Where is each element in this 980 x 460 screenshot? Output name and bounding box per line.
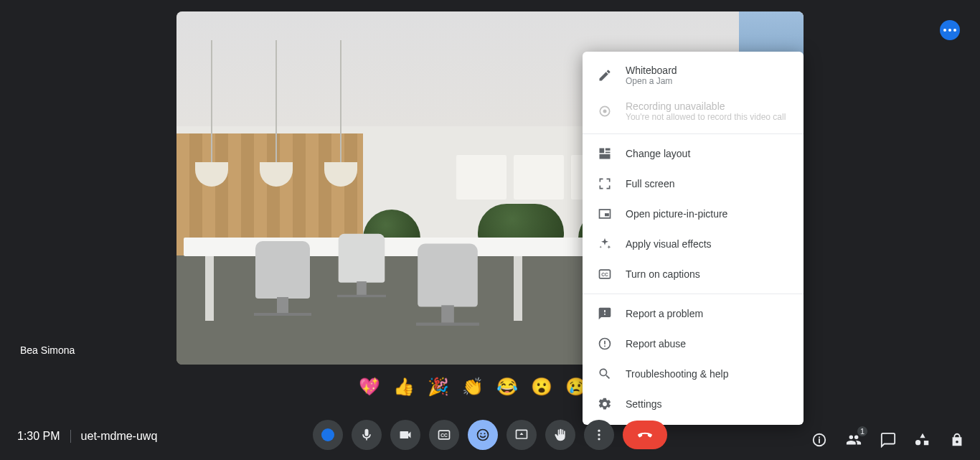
leave-call-button[interactable] <box>623 421 667 449</box>
present-button[interactable] <box>507 420 537 450</box>
svg-point-15 <box>598 433 600 436</box>
menu-whiteboard-title: Whiteboard <box>626 65 677 76</box>
meeting-code: uet-mdme-uwq <box>81 430 158 443</box>
reaction-laugh[interactable]: 😂 <box>496 376 518 398</box>
svg-rect-2 <box>605 213 609 216</box>
feedback-icon <box>597 306 613 321</box>
menu-recording-sub: You're not allowed to record this video … <box>626 112 786 122</box>
menu-recording-title: Recording unavailable <box>626 100 786 112</box>
participant-name: Bea Simona <box>20 344 75 356</box>
svg-point-16 <box>598 438 600 440</box>
phone-hangup-icon <box>636 426 654 444</box>
svg-rect-18 <box>819 438 820 443</box>
cc-icon: CC <box>597 266 613 282</box>
sparkle-icon <box>597 236 613 252</box>
microphone-icon <box>359 428 374 442</box>
captions-button[interactable]: CC <box>429 420 459 450</box>
clock-time: 1:30 PM <box>17 430 60 443</box>
svg-rect-19 <box>819 436 820 438</box>
record-icon <box>597 103 613 119</box>
svg-text:CC: CC <box>601 272 608 277</box>
separator <box>70 430 71 443</box>
reaction-party[interactable]: 🎉 <box>428 376 449 398</box>
activities-button[interactable] <box>914 431 931 449</box>
pencil-icon <box>597 67 613 83</box>
call-controls: CC <box>313 420 667 450</box>
reaction-clap[interactable]: 👏 <box>462 376 484 398</box>
svg-text:CC: CC <box>440 433 448 438</box>
self-preview-button[interactable] <box>313 420 343 450</box>
chat-button[interactable] <box>880 431 897 449</box>
lock-icon <box>949 432 965 448</box>
more-options-menu: WhiteboardOpen a Jam Recording unavailab… <box>583 52 804 425</box>
bottom-bar: 1:30 PM uet-mdme-uwq CC <box>0 408 980 460</box>
svg-point-14 <box>598 430 600 432</box>
info-icon <box>811 432 827 448</box>
host-controls-button[interactable] <box>948 431 966 449</box>
people-button[interactable]: 1 <box>845 431 862 449</box>
menu-change-layout[interactable]: Change layout <box>583 139 804 169</box>
cc-icon: CC <box>437 428 451 442</box>
meeting-info-text: 1:30 PM uet-mdme-uwq <box>17 430 157 443</box>
help-icon <box>597 366 613 382</box>
people-count-badge: 1 <box>857 426 868 437</box>
menu-recording: Recording unavailableYou're not allowed … <box>583 93 804 129</box>
warning-icon <box>597 336 613 352</box>
camera-icon <box>398 428 413 442</box>
more-vert-icon <box>592 428 606 442</box>
layout-icon <box>597 146 613 161</box>
menu-whiteboard-sub: Open a Jam <box>626 76 677 86</box>
menu-visual-effects[interactable]: Apply visual effects <box>583 229 804 259</box>
menu-whiteboard[interactable]: WhiteboardOpen a Jam <box>583 57 804 93</box>
dot-icon <box>321 428 334 441</box>
reaction-heart[interactable]: 💖 <box>359 376 380 398</box>
svg-rect-7 <box>604 346 606 347</box>
menu-report-abuse[interactable]: Report abuse <box>583 329 804 359</box>
reaction-wow[interactable]: 😮 <box>531 376 552 398</box>
right-panel-icons: 1 <box>811 431 966 449</box>
hand-icon <box>553 428 567 442</box>
present-icon <box>514 428 529 442</box>
menu-troubleshoot[interactable]: Troubleshooting & help <box>583 359 804 389</box>
menu-pip[interactable]: Open picture-in-picture <box>583 199 804 229</box>
svg-point-1 <box>603 110 607 113</box>
svg-rect-6 <box>604 341 606 344</box>
reactions-button[interactable] <box>468 420 498 450</box>
shapes-icon <box>915 432 930 448</box>
meeting-details-button[interactable] <box>811 431 828 449</box>
menu-captions[interactable]: CC Turn on captions <box>583 259 804 289</box>
fullscreen-icon <box>597 176 613 192</box>
menu-full-screen[interactable]: Full screen <box>583 169 804 199</box>
overflow-fab[interactable] <box>940 20 960 40</box>
chat-icon <box>880 432 896 448</box>
camera-button[interactable] <box>390 420 420 450</box>
smile-icon <box>476 428 490 442</box>
microphone-button[interactable] <box>352 420 382 450</box>
raise-hand-button[interactable] <box>545 420 575 450</box>
reaction-thumbsup[interactable]: 👍 <box>393 376 415 398</box>
pip-icon <box>597 206 613 222</box>
svg-point-10 <box>478 430 489 441</box>
more-options-button[interactable] <box>584 420 614 450</box>
menu-report-problem[interactable]: Report a problem <box>583 299 804 329</box>
svg-point-12 <box>484 433 486 434</box>
svg-point-11 <box>481 433 482 434</box>
